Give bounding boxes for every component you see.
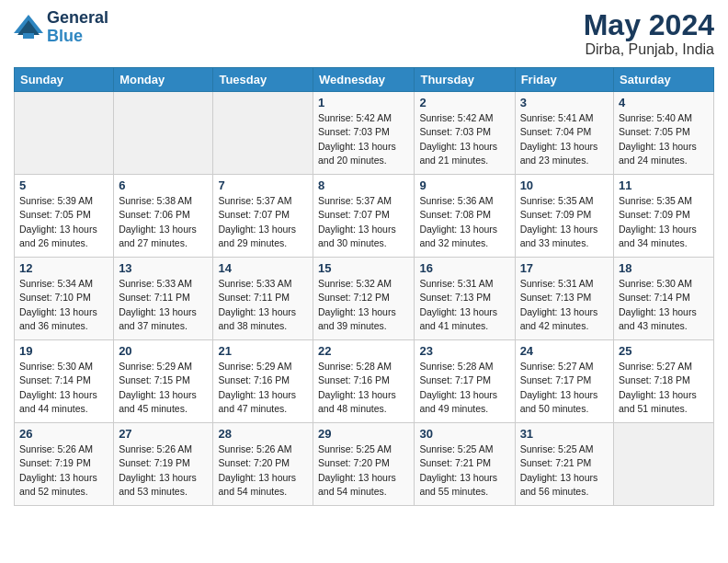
day-number: 19 [19,344,108,358]
calendar: Sunday Monday Tuesday Wednesday Thursday… [14,67,714,506]
calendar-cell: 8Sunrise: 5:37 AM Sunset: 7:07 PM Daylig… [313,175,415,258]
calendar-cell: 28Sunrise: 5:26 AM Sunset: 7:20 PM Dayli… [213,423,313,506]
calendar-week-1: 1Sunrise: 5:42 AM Sunset: 7:03 PM Daylig… [15,92,714,175]
logo: General Blue [14,9,108,46]
calendar-cell: 20Sunrise: 5:29 AM Sunset: 7:15 PM Dayli… [114,340,213,423]
location: Dirba, Punjab, India [584,41,714,58]
cell-info: Sunrise: 5:26 AM Sunset: 7:19 PM Dayligh… [119,442,208,499]
day-number: 21 [218,344,308,358]
calendar-week-5: 26Sunrise: 5:26 AM Sunset: 7:19 PM Dayli… [15,423,714,506]
day-number: 8 [318,178,409,192]
cell-info: Sunrise: 5:29 AM Sunset: 7:15 PM Dayligh… [119,360,208,416]
day-number: 15 [318,261,409,275]
day-number: 24 [520,344,609,358]
cell-info: Sunrise: 5:35 AM Sunset: 7:09 PM Dayligh… [520,194,609,250]
calendar-cell: 1Sunrise: 5:42 AM Sunset: 7:03 PM Daylig… [313,92,415,175]
day-number: 18 [619,261,709,275]
calendar-cell: 13Sunrise: 5:33 AM Sunset: 7:11 PM Dayli… [114,258,213,340]
cell-info: Sunrise: 5:40 AM Sunset: 7:05 PM Dayligh… [619,111,709,167]
cell-info: Sunrise: 5:38 AM Sunset: 7:06 PM Dayligh… [119,194,208,250]
calendar-cell: 23Sunrise: 5:28 AM Sunset: 7:17 PM Dayli… [415,340,515,423]
calendar-cell [15,92,114,175]
calendar-cell: 7Sunrise: 5:37 AM Sunset: 7:07 PM Daylig… [213,175,313,258]
calendar-week-3: 12Sunrise: 5:34 AM Sunset: 7:10 PM Dayli… [15,258,714,340]
cell-info: Sunrise: 5:25 AM Sunset: 7:20 PM Dayligh… [318,442,409,499]
month-year: May 2024 [584,9,714,41]
day-number: 22 [318,344,409,358]
calendar-week-2: 5Sunrise: 5:39 AM Sunset: 7:05 PM Daylig… [15,175,714,258]
day-number: 4 [619,96,709,109]
calendar-cell: 6Sunrise: 5:38 AM Sunset: 7:06 PM Daylig… [114,175,213,258]
cell-info: Sunrise: 5:34 AM Sunset: 7:10 PM Dayligh… [19,277,108,333]
svg-rect-2 [23,33,34,39]
calendar-cell: 31Sunrise: 5:25 AM Sunset: 7:21 PM Dayli… [515,423,613,506]
cell-info: Sunrise: 5:26 AM Sunset: 7:20 PM Dayligh… [218,442,308,499]
col-tuesday: Tuesday [213,68,313,92]
day-number: 5 [19,178,108,192]
day-number: 20 [119,344,208,358]
cell-info: Sunrise: 5:35 AM Sunset: 7:09 PM Dayligh… [619,194,709,250]
calendar-cell: 5Sunrise: 5:39 AM Sunset: 7:05 PM Daylig… [15,175,114,258]
cell-info: Sunrise: 5:39 AM Sunset: 7:05 PM Dayligh… [19,194,108,250]
cell-info: Sunrise: 5:32 AM Sunset: 7:12 PM Dayligh… [318,277,409,333]
day-number: 1 [318,96,409,109]
day-number: 31 [520,427,609,441]
calendar-cell: 21Sunrise: 5:29 AM Sunset: 7:16 PM Dayli… [213,340,313,423]
calendar-cell: 27Sunrise: 5:26 AM Sunset: 7:19 PM Dayli… [114,423,213,506]
cell-info: Sunrise: 5:33 AM Sunset: 7:11 PM Dayligh… [218,277,308,333]
calendar-header-row: Sunday Monday Tuesday Wednesday Thursday… [15,68,714,92]
calendar-cell: 17Sunrise: 5:31 AM Sunset: 7:13 PM Dayli… [515,258,613,340]
cell-info: Sunrise: 5:31 AM Sunset: 7:13 PM Dayligh… [520,277,609,333]
col-sunday: Sunday [15,68,114,92]
col-wednesday: Wednesday [313,68,415,92]
cell-info: Sunrise: 5:27 AM Sunset: 7:18 PM Dayligh… [619,360,709,416]
day-number: 17 [520,261,609,275]
cell-info: Sunrise: 5:31 AM Sunset: 7:13 PM Dayligh… [419,277,509,333]
day-number: 11 [619,178,709,192]
calendar-cell: 22Sunrise: 5:28 AM Sunset: 7:16 PM Dayli… [313,340,415,423]
day-number: 23 [419,344,509,358]
calendar-cell: 14Sunrise: 5:33 AM Sunset: 7:11 PM Dayli… [213,258,313,340]
cell-info: Sunrise: 5:28 AM Sunset: 7:16 PM Dayligh… [318,360,409,416]
day-number: 30 [419,427,509,441]
calendar-cell: 24Sunrise: 5:27 AM Sunset: 7:17 PM Dayli… [515,340,613,423]
calendar-cell [213,92,313,175]
day-number: 16 [419,261,509,275]
cell-info: Sunrise: 5:27 AM Sunset: 7:17 PM Dayligh… [520,360,609,416]
day-number: 25 [619,344,709,358]
calendar-cell: 19Sunrise: 5:30 AM Sunset: 7:14 PM Dayli… [15,340,114,423]
cell-info: Sunrise: 5:37 AM Sunset: 7:07 PM Dayligh… [218,194,308,250]
day-number: 6 [119,178,208,192]
title-area: May 2024 Dirba, Punjab, India [584,9,714,58]
cell-info: Sunrise: 5:42 AM Sunset: 7:03 PM Dayligh… [419,111,509,167]
calendar-cell: 18Sunrise: 5:30 AM Sunset: 7:14 PM Dayli… [614,258,714,340]
calendar-cell: 2Sunrise: 5:42 AM Sunset: 7:03 PM Daylig… [415,92,515,175]
calendar-week-4: 19Sunrise: 5:30 AM Sunset: 7:14 PM Dayli… [15,340,714,423]
day-number: 3 [520,96,609,109]
day-number: 7 [218,178,308,192]
day-number: 29 [318,427,409,441]
col-saturday: Saturday [614,68,714,92]
calendar-cell: 30Sunrise: 5:25 AM Sunset: 7:21 PM Dayli… [415,423,515,506]
cell-info: Sunrise: 5:41 AM Sunset: 7:04 PM Dayligh… [520,111,609,167]
cell-info: Sunrise: 5:30 AM Sunset: 7:14 PM Dayligh… [619,277,709,333]
day-number: 13 [119,261,208,275]
logo-icon [14,15,43,40]
day-number: 28 [218,427,308,441]
cell-info: Sunrise: 5:36 AM Sunset: 7:08 PM Dayligh… [419,194,509,250]
cell-info: Sunrise: 5:33 AM Sunset: 7:11 PM Dayligh… [119,277,208,333]
calendar-cell: 29Sunrise: 5:25 AM Sunset: 7:20 PM Dayli… [313,423,415,506]
calendar-cell: 3Sunrise: 5:41 AM Sunset: 7:04 PM Daylig… [515,92,613,175]
calendar-cell: 16Sunrise: 5:31 AM Sunset: 7:13 PM Dayli… [415,258,515,340]
col-monday: Monday [114,68,213,92]
cell-info: Sunrise: 5:30 AM Sunset: 7:14 PM Dayligh… [19,360,108,416]
day-number: 26 [19,427,108,441]
header: General Blue May 2024 Dirba, Punjab, Ind… [14,9,714,58]
day-number: 9 [419,178,509,192]
calendar-cell: 25Sunrise: 5:27 AM Sunset: 7:18 PM Dayli… [614,340,714,423]
cell-info: Sunrise: 5:37 AM Sunset: 7:07 PM Dayligh… [318,194,409,250]
cell-info: Sunrise: 5:28 AM Sunset: 7:17 PM Dayligh… [419,360,509,416]
logo-text: General Blue [47,9,108,46]
cell-info: Sunrise: 5:25 AM Sunset: 7:21 PM Dayligh… [419,442,509,499]
day-number: 27 [119,427,208,441]
